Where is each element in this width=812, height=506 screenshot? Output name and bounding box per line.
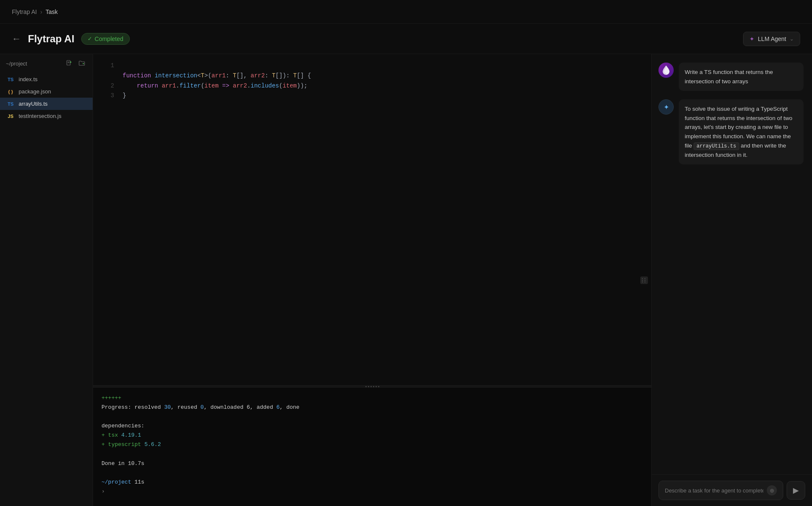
user-avatar xyxy=(658,63,674,78)
agent-message-text: To solve the issue of writing a TypeScri… xyxy=(685,106,792,158)
new-folder-button[interactable] xyxy=(77,59,87,68)
chat-panel: Write a TS function that returns the int… xyxy=(651,54,812,506)
agent-icon: ✦ xyxy=(664,103,669,111)
llm-icon: ✦ xyxy=(749,36,754,42)
file-item-package-json[interactable]: { } package.json xyxy=(0,85,93,98)
back-button[interactable]: ← xyxy=(12,33,21,44)
terminal-panel[interactable]: ++++++ Progress: resolved 30, reused 0, … xyxy=(93,388,651,506)
breadcrumb-separator: › xyxy=(40,8,42,15)
ts-icon: TS xyxy=(6,77,15,82)
project-root-label: ~/project xyxy=(6,60,27,67)
drag-dots xyxy=(642,278,646,282)
file-item-arrayutils-ts[interactable]: TS arrayUtils.ts xyxy=(0,98,93,110)
editor-drag-handle[interactable] xyxy=(640,276,648,284)
sidebar-header-icons xyxy=(64,59,87,68)
chat-input-wrapper: ⊕ xyxy=(658,481,783,500)
agent-avatar: ✦ xyxy=(658,99,674,115)
ts-icon: TS xyxy=(6,101,15,107)
file-name: arrayUtils.ts xyxy=(19,101,48,107)
code-area: 1 function intersection<T>(arr1: T[], ar… xyxy=(93,54,651,506)
user-message-text: Write a TS function that returns the int… xyxy=(685,69,773,85)
terminal-prompt[interactable]: › xyxy=(102,487,643,496)
chat-message-user: Write a TS function that returns the int… xyxy=(658,63,805,91)
send-icon: ▶ xyxy=(793,486,799,495)
user-message-bubble: Write a TS function that returns the int… xyxy=(679,63,804,91)
line-number: 3 xyxy=(102,91,114,101)
terminal-line: ++++++ xyxy=(102,394,643,403)
code-text: function intersection<T>(arr1: T[], arr2… xyxy=(123,61,311,81)
chevron-down-icon: ⌄ xyxy=(790,36,794,42)
file-name: package.json xyxy=(19,88,51,95)
chat-message-agent: ✦ To solve the issue of writing a TypeSc… xyxy=(658,99,805,164)
terminal-line: Done in 10.7s xyxy=(102,459,643,468)
file-name: testIntersection.js xyxy=(19,113,61,119)
chat-input-area: ⊕ ▶ xyxy=(652,474,812,506)
sidebar-header: ~/project xyxy=(0,54,93,73)
breadcrumb-current: Task xyxy=(46,8,58,15)
new-file-button[interactable] xyxy=(64,59,74,68)
agent-message-bubble: To solve the issue of writing a TypeScri… xyxy=(679,99,804,164)
chat-input-field[interactable] xyxy=(665,487,763,494)
code-editor[interactable]: 1 function intersection<T>(arr1: T[], ar… xyxy=(93,54,651,385)
terminal-line: + typescript 5.6.2 xyxy=(102,440,643,449)
code-text: return arr1.filter(item => arr2.includes… xyxy=(123,81,307,91)
terminal-line xyxy=(102,450,643,459)
inline-code: arrayUtils.ts xyxy=(694,142,739,150)
breadcrumb-root[interactable]: Flytrap AI xyxy=(12,8,37,15)
chat-messages: Write a TS function that returns the int… xyxy=(652,54,812,474)
file-name: index.ts xyxy=(19,76,38,82)
terminal-line xyxy=(102,412,643,421)
file-sidebar: ~/project xyxy=(0,54,93,506)
llm-agent-dropdown[interactable]: ✦ LLM Agent ⌄ xyxy=(743,32,800,46)
terminal-line: ~/project 11s xyxy=(102,478,643,487)
code-line-1: 1 function intersection<T>(arr1: T[], ar… xyxy=(93,61,651,81)
status-badge: ✓ Completed xyxy=(81,33,130,45)
main-area: ~/project xyxy=(0,54,812,506)
breadcrumb-bar: Flytrap AI › Task xyxy=(0,0,812,24)
terminal-line: Progress: resolved 30, reused 0, downloa… xyxy=(102,403,643,412)
terminal-line: + tsx 4.19.1 xyxy=(102,431,643,440)
terminal-line xyxy=(102,468,643,478)
code-line-2: 2 return arr1.filter(item => arr2.includ… xyxy=(93,81,651,91)
chat-upload-button[interactable]: ⊕ xyxy=(767,485,777,495)
line-number: 2 xyxy=(102,81,114,91)
header-left: ← Flytrap AI ✓ Completed xyxy=(12,33,130,45)
code-line-3: 3 } xyxy=(93,91,651,101)
file-list: TS index.ts { } package.json TS arrayUti… xyxy=(0,73,93,126)
file-item-index-ts[interactable]: TS index.ts xyxy=(0,73,93,85)
file-item-testintersection-js[interactable]: JS testIntersection.js xyxy=(0,110,93,122)
terminal-line: dependencies: xyxy=(102,421,643,431)
code-text: } xyxy=(123,91,126,101)
status-label: Completed xyxy=(95,36,123,42)
page-title: Flytrap AI xyxy=(28,33,74,45)
resize-dots xyxy=(365,386,379,387)
llm-label: LLM Agent xyxy=(758,36,786,42)
chat-send-button[interactable]: ▶ xyxy=(787,481,805,500)
js-icon: JS xyxy=(6,114,15,119)
line-number: 1 xyxy=(102,61,114,71)
check-icon: ✓ xyxy=(88,36,92,42)
json-icon: { } xyxy=(6,89,15,94)
header-row: ← Flytrap AI ✓ Completed ✦ LLM Agent ⌄ xyxy=(0,24,812,54)
